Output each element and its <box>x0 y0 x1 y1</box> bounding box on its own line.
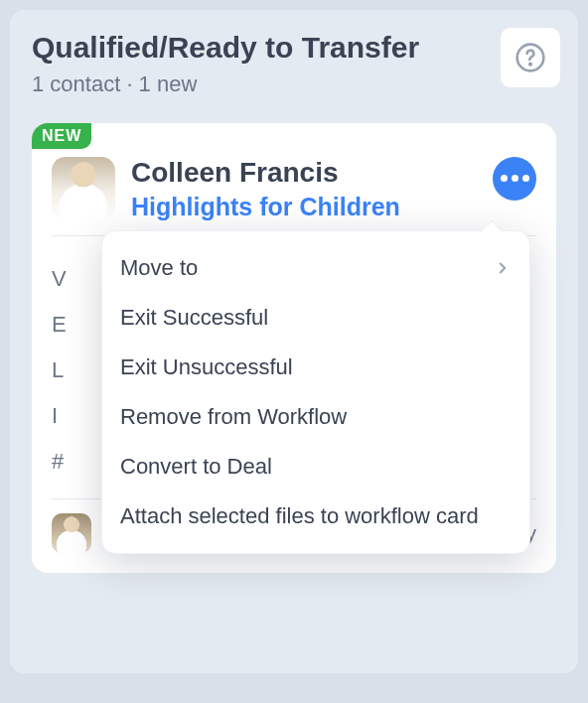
menu-item-attach-files[interactable]: Attach selected files to workflow card <box>102 492 529 541</box>
card-head-text: Colleen Francis Highlights for Children <box>131 157 477 221</box>
menu-item-label: Remove from Workflow <box>120 404 347 430</box>
pipeline-stage-panel: Qualified/Ready to Transfer 1 contact · … <box>10 10 578 673</box>
menu-item-label: Move to <box>120 255 198 281</box>
help-icon <box>514 42 546 73</box>
contact-avatar[interactable] <box>52 157 115 220</box>
menu-item-label: Attach selected files to workflow card <box>120 503 479 529</box>
menu-item-convert-to-deal[interactable]: Convert to Deal <box>102 442 529 492</box>
owner-avatar[interactable] <box>52 513 91 553</box>
help-button[interactable] <box>501 28 560 87</box>
card-actions-menu: Move to Exit Successful Exit Unsuccessfu… <box>101 230 530 554</box>
menu-item-label: Exit Successful <box>120 305 268 331</box>
menu-item-exit-successful[interactable]: Exit Successful <box>102 293 529 343</box>
stage-subtitle: 1 contact · 1 new <box>32 71 556 97</box>
card-actions-button[interactable] <box>493 157 536 201</box>
new-badge: NEW <box>32 123 91 149</box>
contact-name[interactable]: Colleen Francis <box>131 157 477 189</box>
menu-item-label: Exit Unsuccessful <box>120 354 293 380</box>
menu-item-exit-unsuccessful[interactable]: Exit Unsuccessful <box>102 343 529 392</box>
company-link[interactable]: Highlights for Children <box>131 193 477 221</box>
menu-item-label: Convert to Deal <box>120 454 272 480</box>
menu-item-move-to[interactable]: Move to <box>102 243 529 293</box>
card-header: Colleen Francis Highlights for Children <box>52 123 536 221</box>
svg-point-1 <box>529 64 531 66</box>
menu-item-remove-from-workflow[interactable]: Remove from Workflow <box>102 392 529 442</box>
stage-title: Qualified/Ready to Transfer <box>32 32 556 64</box>
chevron-right-icon <box>494 259 512 277</box>
ellipsis-icon <box>501 175 529 182</box>
